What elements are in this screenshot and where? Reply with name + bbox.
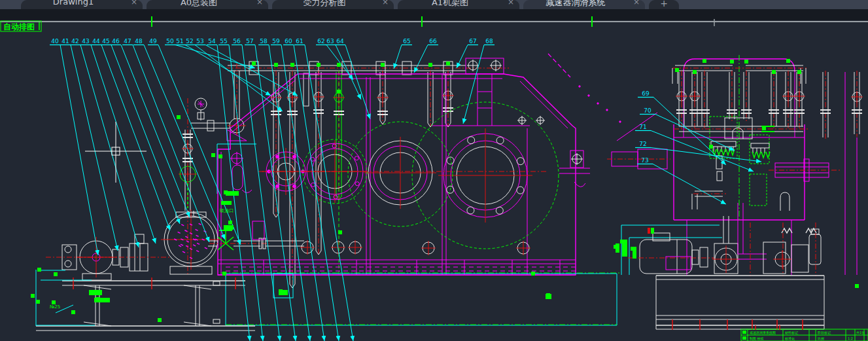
svg-text:45: 45	[102, 38, 109, 45]
svg-text:制图 校核: 制图 校核	[750, 336, 764, 341]
svg-text:52: 52	[186, 38, 193, 45]
tab-label: 减速器润滑系统	[523, 0, 628, 9]
svg-text:70: 70	[644, 107, 651, 114]
tab-close-icon[interactable]: ×	[628, 0, 645, 7]
svg-text:材料标记: 材料标记	[784, 331, 798, 335]
pump-unit-drawings[interactable]	[621, 203, 824, 330]
svg-text:50: 50	[166, 38, 174, 45]
svg-text:65: 65	[403, 38, 410, 45]
tab-label: Drawing1	[21, 0, 126, 7]
svg-text:58: 58	[260, 38, 268, 45]
svg-text:49: 49	[149, 38, 157, 45]
front-view-drawing[interactable]	[36, 54, 621, 331]
new-tab-button[interactable]: +	[649, 0, 679, 9]
title-block: 减速器润滑系统图材料标记阶段标记共1张制图 校核标准化比例1:2	[741, 325, 868, 341]
tab-close-icon[interactable]: ×	[251, 0, 268, 7]
svg-text:43: 43	[82, 38, 89, 45]
tab-label: A0总装图	[147, 0, 251, 9]
tab-close-icon[interactable]: ×	[502, 0, 519, 7]
svg-text:41: 41	[61, 38, 69, 45]
tab-label: A1机架图	[398, 0, 502, 9]
svg-text:62: 62	[317, 38, 324, 45]
balloon-leaders: 4041424344454647484950515253545556575859…	[50, 38, 761, 341]
tab-label: 受力分析图	[272, 0, 377, 9]
svg-text:减速器润滑系统图: 减速器润滑系统图	[750, 331, 776, 335]
drawing-tab-bar: Drawing1 × A0总装图 × 受力分析图 × A1机架图 × 减速器润滑…	[0, 0, 868, 9]
svg-text:73: 73	[641, 157, 648, 164]
svg-text:比例: 比例	[818, 336, 824, 341]
svg-text:57: 57	[246, 38, 253, 45]
corner-label: 自动排图	[1, 21, 41, 31]
svg-text:标准化: 标准化	[784, 336, 795, 341]
svg-text:1:2: 1:2	[848, 336, 853, 340]
tab-drawing1[interactable]: Drawing1 ×	[21, 0, 143, 9]
svg-text:55: 55	[220, 38, 227, 45]
svg-text:59: 59	[272, 38, 280, 45]
svg-text:54: 54	[208, 38, 216, 45]
cad-application-window: Drawing1 × A0总装图 × 受力分析图 × A1机架图 × 减速器润滑…	[0, 0, 868, 341]
sheet-border-line	[0, 16, 868, 27]
svg-text:66: 66	[429, 38, 437, 45]
crosshair-cursor	[85, 122, 147, 183]
svg-text:68: 68	[485, 38, 493, 45]
cad-drawing-canvas[interactable]: 4041424344454647484950515253545556575859…	[0, 0, 868, 341]
svg-text:吸油口: 吸油口	[220, 208, 234, 213]
svg-text:44: 44	[92, 38, 100, 45]
svg-text:№25: №25	[50, 304, 60, 310]
svg-text:48: 48	[135, 38, 143, 45]
svg-text:69: 69	[642, 90, 650, 97]
svg-text:阶段标记: 阶段标记	[818, 331, 831, 335]
side-view-drawing[interactable]	[607, 55, 863, 275]
svg-text:67: 67	[469, 38, 476, 45]
svg-text:40: 40	[51, 38, 59, 45]
tab-reducer-lubrication-system[interactable]: 减速器润滑系统 ×	[523, 0, 645, 9]
tab-close-icon[interactable]: ×	[126, 0, 143, 7]
svg-text:56: 56	[233, 38, 241, 45]
svg-text:71: 71	[639, 124, 646, 130]
svg-text:64: 64	[336, 38, 344, 45]
svg-text:60: 60	[285, 38, 292, 45]
svg-text:自动排图: 自动排图	[3, 22, 35, 31]
tab-a1-frame[interactable]: A1机架图 ×	[398, 0, 519, 9]
svg-text:共1张: 共1张	[856, 331, 865, 335]
tab-close-icon[interactable]: ×	[377, 0, 394, 7]
tab-a0-assembly[interactable]: A0总装图 ×	[147, 0, 268, 9]
svg-text:51: 51	[176, 38, 183, 45]
svg-text:42: 42	[71, 38, 78, 45]
svg-text:47: 47	[124, 38, 131, 45]
svg-text:63: 63	[326, 38, 334, 45]
svg-text:72: 72	[639, 141, 646, 147]
svg-text:61: 61	[296, 38, 303, 45]
svg-text:46: 46	[112, 38, 120, 45]
tab-force-analysis[interactable]: 受力分析图 ×	[272, 0, 394, 9]
svg-text:53: 53	[196, 38, 203, 45]
